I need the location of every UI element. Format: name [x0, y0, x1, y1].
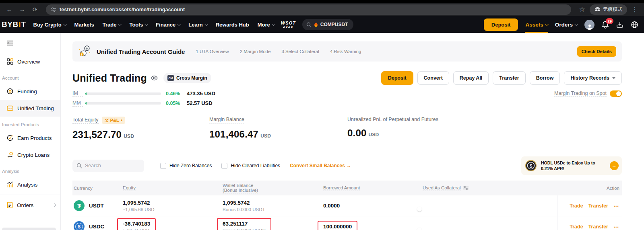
trade-link[interactable]: Trade: [570, 224, 583, 230]
convert-small-balances-link[interactable]: Convert Small Balances →: [290, 163, 351, 168]
unrealized-pnl-value: 0.00: [347, 127, 367, 138]
caret-down-icon: [612, 77, 615, 79]
more-actions-icon[interactable]: ⋯: [613, 203, 619, 209]
highlight-box-wallet: 63.251117 Bonus 0.0000 USDC: [217, 218, 271, 230]
checkbox-icon[interactable]: [160, 163, 166, 169]
sidebar-item-earn-products[interactable]: Earn Products: [0, 129, 60, 146]
transfer-link[interactable]: Transfer: [588, 224, 608, 230]
uta-guide-banner: $ Unified Trading Account Guide 1.UTA Ov…: [72, 41, 622, 62]
wsot-2025-logo[interactable]: WSOT 2025: [281, 21, 296, 29]
total-equity-label: Total Equity: [72, 117, 99, 124]
arrow-right-icon[interactable]: →: [610, 161, 619, 170]
checkbox-icon[interactable]: [221, 163, 227, 169]
sidebar: Overview Account Funding Unified Trading…: [0, 33, 61, 230]
sidebar-item-orders[interactable]: Orders: [0, 197, 60, 214]
margin-mode-badge[interactable]: CM Cross Margin: [163, 73, 211, 83]
nav-finance[interactable]: Finance: [156, 22, 180, 28]
nav-markets[interactable]: Markets: [74, 22, 94, 28]
browser-back-icon[interactable]: ←: [4, 4, 14, 15]
col-used-as-collateral[interactable]: Used As Collateral: [423, 185, 461, 191]
nav-search-value: COMPUSDT: [320, 22, 348, 27]
flame-icon: [314, 22, 318, 27]
address-bar[interactable]: testnet.bybit.com/user/assets/home/tradi…: [46, 4, 571, 15]
deposit-button[interactable]: Deposit: [381, 71, 413, 85]
chevron-right-icon: [53, 203, 56, 207]
nav-tools[interactable]: Tools: [129, 22, 147, 28]
hide-zero-balances-checkbox[interactable]: Hide Zero Balances: [160, 163, 212, 169]
chevron-down-icon: [145, 23, 148, 26]
im-progress-bar: [85, 92, 161, 95]
nav-rewards-hub[interactable]: Rewards Hub: [216, 22, 249, 28]
col-action: Action: [557, 186, 622, 191]
account-stats: Total Equity P&L 231,527.70USD Margin Ba…: [72, 117, 622, 140]
guide-step-1: 1.UTA Overview: [196, 49, 229, 54]
nav-learn[interactable]: Learn: [188, 22, 207, 28]
sidebar-item-analysis[interactable]: Analysis: [0, 176, 60, 193]
bookmark-star-icon[interactable]: ☆: [577, 4, 587, 15]
col-borrowed-amount[interactable]: Borrowed Amount: [323, 185, 360, 191]
sidebar-item-crypto-loans[interactable]: Crypto Loans: [0, 146, 60, 163]
user-avatar[interactable]: [584, 20, 594, 30]
bybit-logo[interactable]: BYBIT: [2, 20, 26, 29]
transfer-link[interactable]: Transfer: [588, 203, 608, 209]
hide-cleared-liabilities-checkbox[interactable]: Hide Cleared Liabilities: [221, 163, 280, 169]
sidebar-item-unified-trading[interactable]: Unified Trading: [0, 100, 60, 117]
transfer-button[interactable]: Transfer: [493, 71, 525, 85]
pnl-badge[interactable]: P&L: [102, 117, 125, 124]
svg-text:$: $: [81, 53, 83, 56]
nav-buy-crypto[interactable]: Buy Crypto: [33, 22, 66, 28]
eye-icon[interactable]: [151, 76, 158, 80]
browser-reload-icon[interactable]: ⟳: [30, 4, 40, 15]
nav-links: Buy Crypto Markets Trade Tools Finance L…: [33, 22, 275, 28]
funding-coin-icon: [7, 88, 13, 94]
collateral-settings-icon[interactable]: [463, 186, 469, 190]
sidebar-item-overview[interactable]: Overview: [0, 53, 60, 70]
sidebar-item-funding[interactable]: Funding: [0, 83, 60, 100]
account-action-buttons: Deposit Convert Repay All Transfer Borro…: [381, 71, 622, 85]
equity-cell: -36.740183 ≈-36.74 USD: [123, 218, 223, 230]
more-actions-icon[interactable]: ⋯: [613, 224, 619, 230]
notifications-bell-icon[interactable]: 29: [602, 21, 609, 29]
page-title: Unified Trading: [72, 72, 147, 84]
col-wallet-balance[interactable]: Wallet Balance (Bonus Inclusive): [223, 183, 323, 193]
site-settings-icon[interactable]: [51, 7, 56, 12]
sidebar-collapse-icon[interactable]: [7, 40, 60, 46]
incognito-badge: 无痕模式: [590, 4, 627, 15]
incognito-icon: [594, 7, 601, 12]
nav-search[interactable]: COMPUSDT: [302, 19, 354, 30]
guide-steps: 1.UTA Overview 2.Margin Mode 3.Select Co…: [196, 49, 361, 54]
asset-search-box[interactable]: [72, 160, 144, 172]
unrealized-pnl-label: Unrealized PnL of Perpetual and Futures: [347, 117, 438, 122]
chevron-down-icon: [545, 23, 548, 26]
im-percent: 0.46%: [166, 91, 184, 97]
nav-more[interactable]: More: [258, 22, 275, 28]
guide-step-3: 3.Select Collateral: [281, 49, 319, 54]
nav-orders[interactable]: Orders: [555, 22, 577, 28]
trade-link[interactable]: Trade: [570, 203, 583, 209]
guide-step-2: 2.Margin Mode: [240, 49, 271, 54]
nav-assets[interactable]: Assets: [525, 22, 547, 28]
usdt-icon: ₮: [74, 200, 85, 211]
assets-table: Currency Equity Wallet Balance (Bonus In…: [72, 181, 622, 230]
table-header: Currency Equity Wallet Balance (Bonus In…: [72, 181, 622, 195]
borrow-button[interactable]: Borrow: [530, 71, 560, 85]
col-equity[interactable]: Equity: [123, 185, 136, 191]
nav-trade[interactable]: Trade: [103, 22, 121, 28]
chevron-down-icon: [118, 23, 122, 26]
convert-button[interactable]: Convert: [417, 71, 449, 85]
browser-forward-icon[interactable]: →: [17, 4, 27, 15]
browser-menu-icon[interactable]: ⋮: [630, 4, 640, 15]
highlight-box-equity: -36.740183 ≈-36.74 USD: [117, 218, 156, 230]
margin-balance-value: 101,406.47: [209, 129, 258, 140]
download-icon[interactable]: [616, 21, 623, 28]
globe-language-icon[interactable]: [631, 21, 638, 29]
search-input[interactable]: [85, 163, 137, 168]
svg-text:$: $: [530, 163, 533, 169]
repay-all-button[interactable]: Repay All: [453, 71, 489, 85]
assets-active-underline: [525, 32, 548, 33]
usde-promo-banner[interactable]: $ HODL USDe to Enjoy Up to 0.21% APR! →: [521, 156, 622, 175]
history-records-button[interactable]: History Records: [564, 71, 622, 85]
check-details-button[interactable]: Check Details: [577, 46, 616, 57]
margin-trading-toggle[interactable]: [610, 90, 622, 97]
nav-deposit-button[interactable]: Deposit: [484, 18, 518, 31]
